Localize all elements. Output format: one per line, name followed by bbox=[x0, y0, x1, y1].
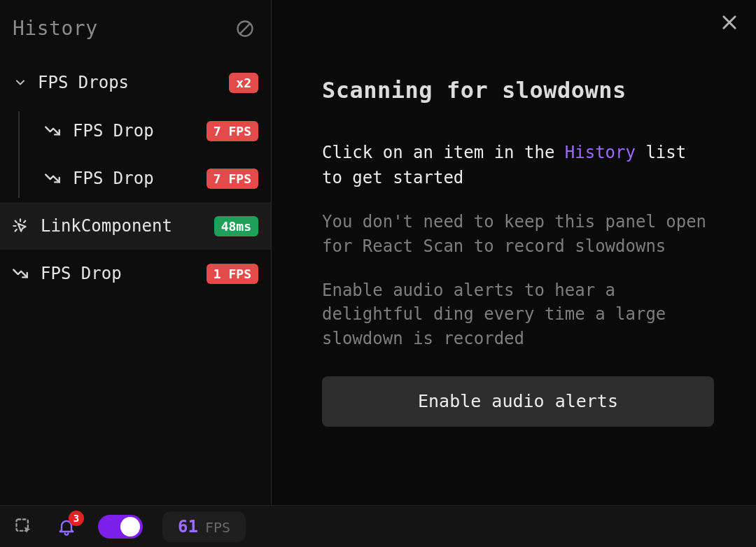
notification-count-badge: 3 bbox=[69, 511, 84, 526]
history-item-badge: 1 FPS bbox=[206, 264, 258, 284]
history-item-label: FPS Drop bbox=[41, 264, 197, 283]
history-item-fps-drop[interactable]: FPS Drop 1 FPS bbox=[0, 250, 271, 297]
history-item-badge: 7 FPS bbox=[206, 121, 258, 141]
notifications-button[interactable]: 3 bbox=[55, 515, 78, 539]
toggle-thumb bbox=[120, 517, 140, 537]
history-item-badge: 7 FPS bbox=[206, 169, 258, 189]
recording-toggle[interactable] bbox=[98, 515, 143, 539]
fps-label: FPS bbox=[205, 519, 230, 536]
history-group-fps-drops[interactable]: FPS Drops x2 bbox=[0, 58, 271, 107]
detail-title: Scanning for slowdowns bbox=[322, 77, 714, 104]
fps-indicator: 61 FPS bbox=[162, 511, 246, 542]
history-item-fps-drop[interactable]: FPS Drop 7 FPS bbox=[0, 155, 271, 202]
clear-history-button[interactable] bbox=[234, 18, 255, 39]
history-group-children: FPS Drop 7 FPS FPS Drop 7 FPS bbox=[0, 107, 271, 202]
history-item-label: FPS Drop bbox=[73, 121, 197, 141]
svg-line-1 bbox=[239, 23, 250, 34]
svg-line-5 bbox=[24, 221, 25, 222]
footer-toolbar: 3 61 FPS bbox=[0, 505, 756, 547]
detail-paragraph: You don't need to keep this panel open f… bbox=[322, 210, 714, 259]
history-list: FPS Drops x2 FPS Drop 7 FPS bbox=[0, 57, 271, 297]
sidebar-title: History bbox=[13, 17, 98, 40]
inspect-button[interactable] bbox=[13, 516, 35, 538]
chevron-down-icon bbox=[13, 75, 28, 90]
svg-line-6 bbox=[15, 229, 17, 231]
trend-down-icon bbox=[10, 264, 31, 283]
detail-paragraph: Enable audio alerts to hear a delightful… bbox=[322, 278, 714, 351]
detail-lead-highlight: History bbox=[565, 143, 636, 162]
history-item-label: LinkComponent bbox=[41, 216, 204, 236]
close-icon bbox=[720, 13, 739, 32]
history-item-badge: 48ms bbox=[214, 216, 258, 236]
fps-value: 61 bbox=[178, 517, 198, 537]
detail-panel: Scanning for slowdowns Click on an item … bbox=[272, 0, 756, 505]
svg-line-4 bbox=[15, 221, 17, 222]
trend-down-icon bbox=[42, 122, 63, 140]
history-sidebar: History FPS Drops bbox=[0, 0, 272, 505]
detail-body: Click on an item in the History list to … bbox=[322, 140, 714, 427]
sidebar-header: History bbox=[0, 0, 271, 57]
enable-audio-alerts-button[interactable]: Enable audio alerts bbox=[322, 376, 714, 427]
cursor-click-icon bbox=[10, 217, 31, 235]
trend-down-icon bbox=[42, 169, 63, 187]
group-count-badge: x2 bbox=[229, 73, 258, 93]
close-button[interactable] bbox=[717, 10, 742, 35]
detail-lead: Click on an item in the History list to … bbox=[322, 140, 714, 190]
history-item-label: FPS Drop bbox=[73, 169, 197, 188]
inspect-icon bbox=[14, 517, 34, 537]
history-item-linkcomponent[interactable]: LinkComponent 48ms bbox=[0, 202, 271, 250]
detail-lead-before: Click on an item in the bbox=[322, 143, 565, 162]
no-entry-icon bbox=[235, 19, 255, 38]
history-item-fps-drop[interactable]: FPS Drop 7 FPS bbox=[0, 107, 271, 155]
history-group-label: FPS Drops bbox=[38, 73, 219, 92]
